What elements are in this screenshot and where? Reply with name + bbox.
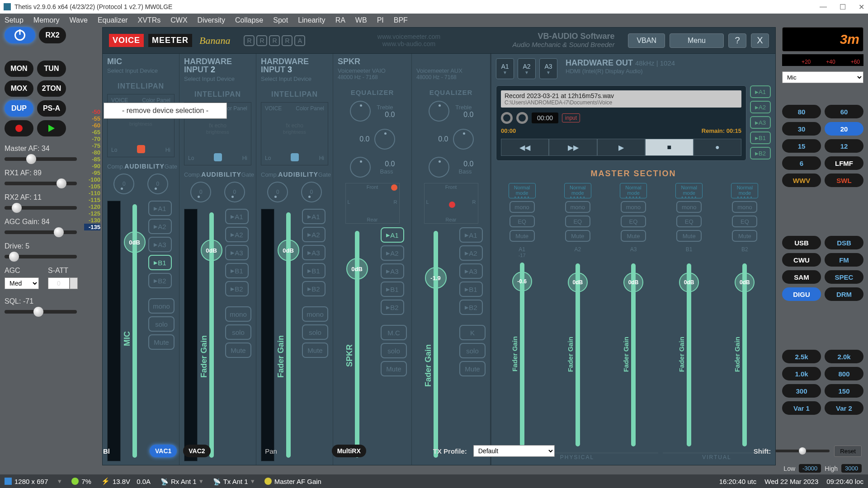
comp-knob[interactable]: 0 (267, 182, 288, 202)
high-value[interactable]: 3000 (841, 464, 862, 473)
menu-pi[interactable]: PI (377, 16, 384, 24)
mic-select[interactable]: Mic (782, 71, 863, 83)
bus-mute[interactable]: Mute (732, 230, 757, 242)
rx-ant[interactable]: Rx Ant 1 (171, 478, 197, 485)
tx-profile-select[interactable]: Default (473, 445, 555, 457)
mute-button[interactable]: Mute (225, 343, 251, 358)
menu-wb[interactable]: WB (355, 16, 367, 24)
route-B2[interactable]: ▶B2 (302, 281, 326, 296)
solo-button[interactable]: solo (148, 316, 175, 332)
record-button[interactable]: ● (693, 139, 741, 156)
agc-select[interactable]: Med (5, 277, 39, 289)
bands-20[interactable]: 20 (825, 122, 863, 136)
route-B1[interactable]: ▶B1 (459, 282, 483, 297)
device-label[interactable]: Voicemeeter AUX (416, 67, 486, 74)
modes-FM[interactable]: FM (825, 253, 863, 267)
bus-eq[interactable]: EQ (732, 216, 757, 227)
play-button[interactable] (37, 120, 66, 136)
slider-1[interactable] (5, 182, 77, 185)
route-A1[interactable]: ▶A1 (459, 227, 483, 243)
menu-collapse[interactable]: Collapse (235, 16, 263, 24)
vban-button[interactable]: VBAN (628, 33, 665, 48)
bus-mode[interactable]: Normal mode● ● ● ● ● (620, 183, 647, 198)
bands-6[interactable]: 6 (782, 156, 821, 170)
modes-DIGU[interactable]: DIGU (782, 287, 821, 301)
solo-button[interactable]: solo (381, 343, 407, 358)
route-A3[interactable]: ▶A3 (459, 263, 483, 279)
rx2-button[interactable]: RX2 (39, 27, 66, 43)
play-button[interactable]: ▶ (597, 139, 645, 156)
filters-2.0k[interactable]: 2.0k (825, 350, 863, 363)
route-B2[interactable]: ▶B2 (225, 281, 249, 296)
filters-300[interactable]: 300 (782, 384, 821, 398)
record-button[interactable] (5, 120, 33, 136)
modes-USB[interactable]: USB (782, 236, 821, 249)
bus-fader[interactable]: 0dB Fader Gain (687, 263, 691, 446)
slider-2[interactable] (5, 206, 77, 210)
rec-assign-A3[interactable]: ▶A3 (750, 116, 771, 129)
route-B1[interactable]: ▶B1 (381, 282, 404, 297)
modes-DRM[interactable]: DRM (825, 287, 863, 301)
shift-reset-button[interactable]: Reset (834, 446, 862, 457)
mid-knob[interactable] (374, 129, 395, 150)
mono-button[interactable]: mono (225, 306, 251, 322)
route-A3[interactable]: ▶A3 (381, 263, 404, 279)
m.c-button[interactable]: M.C (381, 325, 407, 340)
route-B1[interactable]: ▶B1 (148, 255, 172, 270)
fader[interactable]: 0dB SPKR (355, 231, 359, 458)
power-button[interactable] (5, 27, 35, 43)
macro-4[interactable]: A (294, 35, 305, 46)
bus-mode[interactable]: Normal mode● ● ● ● ● (675, 183, 703, 198)
hwo-A2[interactable]: A2▼ (518, 58, 536, 79)
slider-0[interactable] (5, 157, 77, 161)
sql-slider[interactable] (5, 310, 77, 314)
menu-spot[interactable]: Spot (273, 16, 288, 24)
route-B2[interactable]: ▶B2 (148, 273, 172, 288)
bands-60[interactable]: 60 (825, 105, 863, 118)
vac2-button[interactable]: VAC2 (183, 445, 210, 457)
mono-button[interactable]: mono (148, 298, 175, 314)
rec-assign-A1[interactable]: ▶A1 (750, 85, 771, 98)
route-A2[interactable]: ▶A2 (225, 227, 249, 242)
bus-fader[interactable]: -0.6 Fader Gain (520, 263, 524, 446)
bus-mute[interactable]: Mute (509, 230, 535, 242)
hwo-A1[interactable]: A1▼ (496, 58, 514, 79)
route-A2[interactable]: ▶A2 (459, 245, 483, 261)
mid-knob[interactable] (453, 129, 474, 150)
solo-button[interactable]: solo (302, 324, 328, 340)
bus-mode[interactable]: Normal mode● ● ● ● ● (509, 183, 536, 198)
bus-mono[interactable]: mono (565, 201, 590, 213)
dup-button[interactable]: DUP (5, 100, 33, 117)
minimize-icon[interactable]: — (820, 3, 827, 11)
spatial-pad[interactable]: Front Rear L R (345, 183, 400, 224)
hwo-device[interactable]: HDMI (Intel(R) Display Audio) (566, 68, 675, 75)
solo-button[interactable]: solo (225, 324, 251, 340)
filters-800[interactable]: 800 (825, 367, 863, 380)
device-select[interactable]: Select Input Device (261, 75, 328, 82)
menu-equalizer[interactable]: Equalizer (98, 16, 128, 24)
slider-4[interactable] (5, 255, 77, 258)
fader[interactable]: 0dB Fader Gain (209, 212, 214, 458)
menu-ra[interactable]: RA (335, 16, 345, 24)
maximize-icon[interactable]: ☐ (840, 3, 846, 11)
comp-knob[interactable]: 0 (190, 182, 211, 202)
device-select[interactable]: Select Input Device (184, 75, 251, 82)
route-B2[interactable]: ▶B2 (459, 300, 483, 315)
bus-mute[interactable]: Mute (565, 230, 590, 242)
bands-12[interactable]: 12 (825, 139, 863, 153)
bus-mode[interactable]: Normal mode● ● ● ● ● (564, 183, 591, 198)
gate-knob[interactable]: 0 (224, 182, 245, 202)
bus-eq[interactable]: EQ (676, 216, 702, 227)
rewind-button[interactable]: ◀◀ (501, 139, 549, 156)
forward-button[interactable]: ▶▶ (549, 139, 597, 156)
bus-mute[interactable]: Mute (621, 230, 646, 242)
bands-15[interactable]: 15 (782, 139, 821, 153)
bus-mode[interactable]: Normal mode● ● ● ● ● (731, 183, 758, 198)
fader[interactable]: 0dB MIC (132, 204, 137, 458)
menu-diversity[interactable]: Diversity (198, 16, 225, 24)
vm-close-button[interactable]: X (751, 33, 769, 48)
gate-knob[interactable]: 0 (147, 174, 168, 194)
2ton-button[interactable]: 2TON (37, 80, 66, 97)
filters-150[interactable]: 150 (825, 384, 863, 398)
bass-knob[interactable] (350, 157, 371, 178)
